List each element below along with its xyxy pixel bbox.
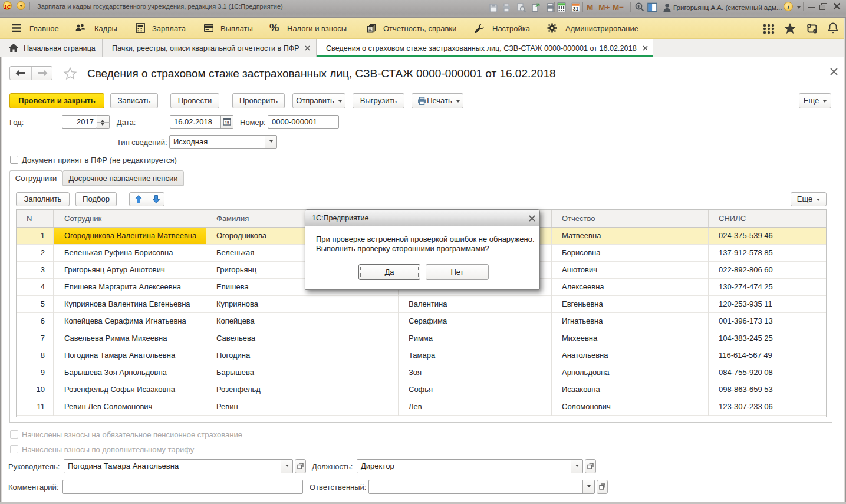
svg-text:31: 31 [573,6,579,12]
svg-text:15: 15 [225,121,229,125]
